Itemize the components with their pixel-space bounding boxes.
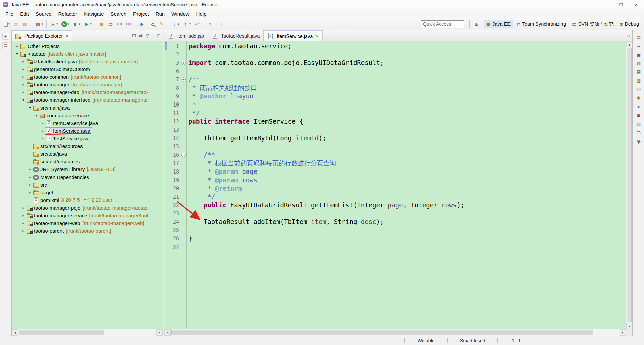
scroll-down-icon[interactable]: ▾ [626,323,632,329]
open-web-browser-button[interactable]: ◉ [137,20,146,28]
maximize-editor-icon[interactable]: □ [627,33,630,38]
code-line[interactable]: 14 TbItem getItemById(Long itemId); [167,134,626,142]
bookmarks-view-icon[interactable]: ● [635,103,642,110]
code-line[interactable]: 27 [167,243,626,251]
tree-item-jre-system-library[interactable]: ▸JRE System Library[JavaSE-1.8] [12,165,163,173]
code-line[interactable]: 17 * 根据当前的页码和每页的行数进行分页查询 [167,159,626,167]
quick-access-input[interactable]: Quick Access [421,20,464,28]
back-button[interactable]: ←▾ [202,20,212,28]
scrollbar-track[interactable] [18,329,156,336]
dropdown-caret-icon[interactable]: ▾ [79,22,80,26]
scroll-right-icon[interactable]: ▸ [620,329,626,336]
dropdown-caret-icon[interactable]: ▾ [189,22,191,26]
tree-item-generatorsqlmapcustom[interactable]: ▸generatorSqlmapCustom [12,65,163,73]
scroll-left-icon[interactable]: ◂ [164,329,171,336]
new-web-artifact-button[interactable]: ▧▾ [34,20,45,28]
toggle-mark-occurrences-button[interactable]: ✎ [157,20,166,28]
collapse-arrow-icon[interactable]: ▾ [14,52,20,56]
previous-annotation-button[interactable]: ↑▾ [181,20,192,28]
minimize-editor-icon[interactable]: – [622,33,625,38]
new-interface-button[interactable]: Ⓘ [124,20,133,28]
dropdown-caret-icon[interactable]: ▾ [42,22,43,26]
code-line[interactable]: 21 */ [167,193,626,201]
expand-arrow-icon[interactable]: ▸ [21,90,26,94]
code-line[interactable]: 22 public EasyUIDataGridResult getItemLi… [167,201,626,209]
code-line[interactable]: 2 [167,50,626,59]
tree-item-fastdfs-client-java[interactable]: ▸>fastdfs-client-java[fastdfs-client-jav… [12,58,163,65]
menu-help[interactable]: Help [193,10,210,18]
menu-window[interactable]: Window [168,10,193,18]
tree-item-taotao-manager-service[interactable]: ▸taotao-manager-service[trunk/taotao-man… [12,212,163,219]
menu-navigate[interactable]: Navigate [80,10,107,18]
new-class-button[interactable]: Ⓒ [115,20,124,28]
run-button[interactable]: ▶▾ [60,20,71,28]
perspective-team-synchronizing-button[interactable]: ⇄Team Synchronizing [514,20,569,28]
perspective-debug-button[interactable]: жDebug [617,20,642,28]
scrollbar-track[interactable] [171,329,620,336]
maximize-view-icon[interactable]: □ [157,33,160,38]
explorer-horizontal-scrollbar[interactable]: ◂ ▸ [12,329,163,336]
menu-search[interactable]: Search [107,10,130,18]
tab-taotaoresult-java[interactable]: TaotaoResult.java [208,30,264,41]
external-tools-button[interactable]: ▶▾ [83,20,93,28]
code-line[interactable]: 9 * @author liayun [167,92,626,100]
scroll-left-icon[interactable]: ◂ [12,329,18,336]
close-view-icon[interactable]: × [65,33,68,39]
tree-item-taotao-manager-dao[interactable]: ▸taotao-manager-dao[trunk/taotao-manager… [12,88,163,96]
javadoc-view-icon[interactable]: ▩ [635,121,642,127]
code-line[interactable]: 3+import com.taotao.common.pojo.EasyUIDa… [167,59,626,67]
expand-arrow-icon[interactable]: ▸ [21,82,26,87]
menu-source[interactable]: Source [32,10,55,18]
code-line[interactable]: 26} [167,234,626,243]
search-button[interactable] [150,20,157,28]
menu-refactor[interactable]: Refactor [55,10,81,18]
code-line[interactable]: 8 * 商品相关处理的接口 [167,84,626,92]
expand-arrow-icon[interactable]: ▸ [14,44,20,48]
snippets-view-icon[interactable]: ▤ [635,33,642,40]
code-line[interactable]: 25 [167,226,626,234]
history-view-icon[interactable]: ◉ [635,138,642,144]
expand-arrow-icon[interactable]: ▸ [21,75,26,79]
dropdown-caret-icon[interactable]: ▾ [209,22,211,26]
scrollbar-track[interactable] [626,47,632,323]
servers-view-icon[interactable]: ▦ [635,68,642,75]
scrollbar-thumb[interactable] [171,330,593,335]
expand-arrow-icon[interactable]: ▸ [21,229,26,233]
print-button[interactable]: ▥ [21,20,30,28]
editor-horizontal-scrollbar[interactable]: ◂ ▸ [164,329,632,336]
tab-item-add-jsp[interactable]: item-add.jsp [164,30,208,41]
task-list-view-icon[interactable]: ▣ [635,51,642,57]
tree-item-pom-xml[interactable]: pom.xml8 20-7-5 上午2:20 user [12,196,163,204]
expand-arrow-icon[interactable]: ▸ [21,213,26,218]
menu-project[interactable]: Project [130,10,152,18]
menu-run[interactable]: Run [152,10,168,18]
tree-item-taotao-manager-interface[interactable]: ▾taotao-manager-interface[trunk/taotao-m… [12,96,163,104]
tree-item-other-projects[interactable]: ▸Other Projects [12,42,163,50]
expand-arrow-icon[interactable]: ▸ [21,221,26,225]
tree-item-taotao-manager[interactable]: ▸taotao-manager[trunk/taotao-manager] [12,81,163,88]
scroll-right-icon[interactable]: ▸ [156,329,163,336]
tree-item-taotao-manager-web[interactable]: ▸taotao-manager-web[trunk/taotao-manager… [12,219,163,227]
expand-arrow-icon[interactable]: ▸ [40,121,45,125]
tree-item-taotao[interactable]: ▾>taotao[fastdfs-client-java master] [12,50,163,58]
dropdown-caret-icon[interactable]: ▾ [90,22,92,26]
code-line[interactable]: 19 * @param rows [167,176,626,184]
expand-arrow-icon[interactable]: ▸ [27,175,33,179]
scrollbar-thumb[interactable] [627,48,632,322]
collapse-arrow-icon[interactable]: ▾ [21,98,26,102]
tree-item-src-test-java[interactable]: src/test/java [12,150,163,158]
dropdown-caret-icon[interactable]: ▾ [68,22,69,26]
tree-item-taotao-manager-pojo[interactable]: ▸taotao-manager-pojo[trunk/taotao-manage… [12,204,163,212]
collapse-fold-icon[interactable]: − [181,153,186,157]
code-line[interactable]: 18 * @param page [167,167,626,176]
dropdown-caret-icon[interactable]: ▾ [8,22,10,26]
perspective-java-ee-button[interactable]: ▣Java EE [484,20,513,28]
tree-item-src[interactable]: ▸src [12,181,163,189]
restore-view-icon-1[interactable]: ⊞ [2,33,9,40]
expand-arrow-icon[interactable]: ▸ [21,206,26,210]
properties-view-icon[interactable]: ▥ [635,60,642,66]
menu-edit[interactable]: Edit [17,10,32,18]
tree-item-testservice-java[interactable]: ▸TestService.java [12,135,163,142]
tree-item-target[interactable]: ▸target [12,189,163,196]
expand-arrow-icon[interactable]: ▸ [27,190,33,195]
